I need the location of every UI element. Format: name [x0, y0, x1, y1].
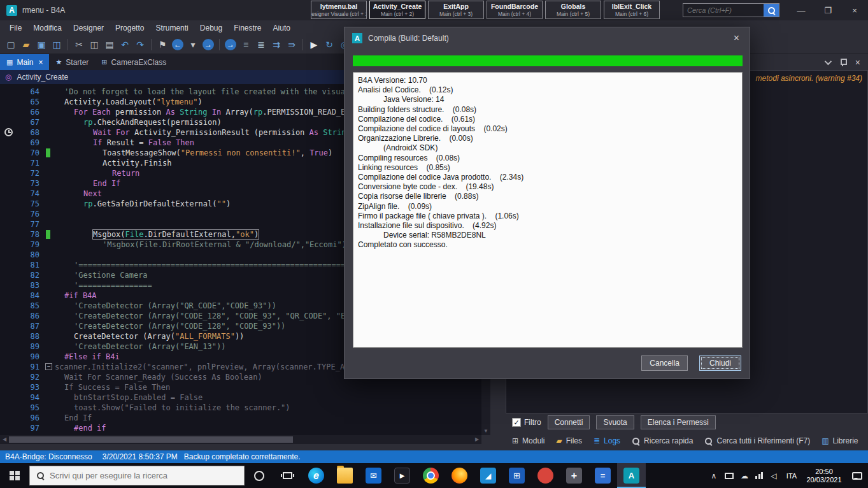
bottom-tab-ricerca-rapida[interactable]: Ricerca rapida	[632, 436, 693, 445]
taskbar-firefox[interactable]	[445, 463, 474, 488]
taskbar-explorer[interactable]	[331, 463, 359, 488]
quick-foundbarcode[interactable]: FoundBarcodeMain (ctrl + 4)	[487, 1, 543, 19]
open-project-icon[interactable]: ▰	[19, 38, 33, 52]
display-tray-icon[interactable]	[725, 473, 734, 479]
navigate-back-icon[interactable]: ←	[172, 39, 183, 50]
menu-aiuto[interactable]: Aiuto	[267, 20, 296, 35]
tab-main[interactable]: ▦Main×	[0, 54, 49, 70]
button-elenca-i-permessi[interactable]: Elenca i Permessi	[641, 415, 716, 429]
line-number: 76	[18, 209, 45, 219]
compile-layouts-icon[interactable]: ⇉	[269, 38, 283, 52]
find-button[interactable]	[764, 4, 779, 17]
code-line[interactable]: 93If Success = False Then	[0, 382, 481, 392]
taskbar-tools[interactable]: +	[560, 463, 588, 488]
cloud-tray-icon[interactable]: ☁	[737, 471, 752, 480]
button-svuota[interactable]: Svuota	[596, 415, 634, 429]
horizontal-scroll-thumb[interactable]	[9, 436, 293, 443]
quick-globals[interactable]: GlobalsMain (ctrl + 5)	[545, 1, 601, 19]
bottom-tab-moduli[interactable]: ⊞Moduli	[512, 436, 544, 445]
rebuild-icon[interactable]: ↻	[322, 38, 336, 52]
members-list-icon[interactable]: ≡	[239, 38, 253, 52]
back-history-icon[interactable]: ▾	[186, 38, 200, 52]
tab-close-icon[interactable]: ×	[38, 58, 43, 67]
pin-icon[interactable]	[839, 58, 846, 66]
dialog-close-icon[interactable]: ×	[731, 33, 742, 43]
volume-tray-icon[interactable]: ◁	[766, 471, 781, 480]
cortana-button[interactable]	[245, 463, 273, 488]
redo-icon[interactable]: ↷	[133, 38, 147, 52]
network-tray-icon[interactable]	[755, 472, 763, 479]
menu-designer[interactable]: Designer	[68, 20, 110, 35]
goto-definition-icon[interactable]: →	[225, 39, 236, 50]
bottom-tab-files[interactable]: ▰Files	[556, 436, 582, 445]
cut-icon[interactable]: ✂	[72, 38, 86, 52]
menu-progetto[interactable]: Progetto	[110, 20, 150, 35]
taskbar-films[interactable]: ▶	[388, 463, 416, 488]
filter-checkbox[interactable]: ✓	[512, 418, 521, 427]
bottom-tab-librerie[interactable]: ▥Librerie	[822, 436, 858, 445]
undo-icon[interactable]: ↶	[118, 38, 132, 52]
bottom-tab-cerca-tutti-i-riferimenti-f7[interactable]: Cerca tutti i Riferimenti (F7)	[704, 436, 810, 445]
chevron-down-icon[interactable]	[825, 57, 832, 64]
code-line[interactable]: 95toast.Show("Failed to initialize the s…	[0, 403, 481, 413]
bookmark-icon[interactable]: ⚑	[155, 38, 169, 52]
quick-activity-create[interactable]: Activity_CreateMain (ctrl + 2)	[369, 1, 425, 19]
bottom-tab-logs[interactable]: ≣Logs	[594, 436, 620, 445]
taskbar-search-input[interactable]	[50, 471, 238, 480]
taskbar-vscode[interactable]: ◢	[474, 463, 502, 488]
scroll-down-icon[interactable]: ▼	[481, 427, 490, 435]
close-button[interactable]: ×	[841, 0, 868, 20]
quick-lytmenu-bal[interactable]: lytmenu.balDesigner Visuale (ctrl + 1)	[311, 1, 367, 19]
quick-lblexit-click[interactable]: lblExit_ClickMain (ctrl + 6)	[604, 1, 660, 19]
tray-expand-icon[interactable]: ∧	[706, 471, 722, 480]
find-input[interactable]	[683, 4, 764, 17]
taskbar-search[interactable]	[29, 466, 245, 485]
minimize-button[interactable]: —	[788, 0, 815, 20]
code-line[interactable]: 96End If	[0, 413, 481, 423]
navigate-forward-icon[interactable]: →	[203, 39, 214, 50]
menu-modifica[interactable]: Modifica	[27, 20, 68, 35]
paste-icon[interactable]: ▤	[103, 38, 117, 52]
line-number: 64	[18, 87, 45, 97]
tab-cameraexclass[interactable]: ⊞CameraExClass	[95, 54, 173, 70]
close-dialog-button[interactable]: Chiudi	[699, 355, 741, 371]
taskbar-clock[interactable]: 20:50 20/03/2021	[802, 468, 846, 484]
code-line[interactable]: 97#end if	[0, 423, 481, 433]
line-number: 92	[18, 372, 45, 382]
code-line[interactable]: 94btnStartStop.Enabled = False	[0, 392, 481, 403]
compile-library-icon[interactable]: ⇛	[285, 38, 299, 52]
scroll-right-icon[interactable]: ▶	[473, 435, 481, 444]
starter-tab-icon: ★	[55, 58, 62, 66]
button-connetti[interactable]: Connetti	[548, 415, 590, 429]
copy-icon[interactable]: ◫	[87, 38, 101, 52]
pane-close-icon[interactable]: ×	[855, 58, 860, 67]
taskbar-b4a[interactable]: A	[617, 463, 646, 488]
taskbar-word[interactable]: ⊞	[502, 463, 531, 488]
task-view-button[interactable]	[273, 463, 302, 488]
scroll-left-icon[interactable]: ◀	[0, 435, 9, 444]
taskbar-red-app[interactable]	[531, 463, 560, 488]
quick-exitapp[interactable]: ExitAppMain (ctrl + 3)	[428, 1, 484, 19]
menu-finestre[interactable]: Finestre	[228, 20, 267, 35]
cancel-button[interactable]: Cancella	[641, 355, 688, 371]
save-icon[interactable]: ▣	[34, 38, 48, 52]
restore-button[interactable]: ❐	[815, 0, 841, 20]
language-indicator[interactable]: ITA	[781, 472, 802, 480]
new-project-icon[interactable]: ▢	[4, 38, 18, 52]
taskbar-mail[interactable]: ✉	[359, 463, 388, 488]
notification-button[interactable]	[846, 472, 868, 480]
dialog-title-bar[interactable]: A Compila (Build: Default) ×	[345, 27, 750, 49]
menu-file[interactable]: File	[4, 20, 27, 35]
taskbar-chrome[interactable]	[416, 463, 445, 488]
start-button[interactable]	[0, 463, 29, 488]
menu-debug[interactable]: Debug	[194, 20, 228, 35]
fold-toggle-icon[interactable]: −	[45, 363, 52, 370]
taskbar-calculator[interactable]: =	[588, 463, 617, 488]
run-icon[interactable]: ▶	[307, 38, 321, 52]
taskbar-edge[interactable]: e	[302, 463, 331, 488]
save-all-icon[interactable]: ◫	[50, 38, 64, 52]
menu-strumenti[interactable]: Strumenti	[150, 20, 194, 35]
editor-horizontal-scrollbar[interactable]: ◀ ▶	[0, 435, 481, 444]
modules-list-icon[interactable]: ≣	[254, 38, 268, 52]
tab-starter[interactable]: ★Starter	[49, 54, 95, 70]
